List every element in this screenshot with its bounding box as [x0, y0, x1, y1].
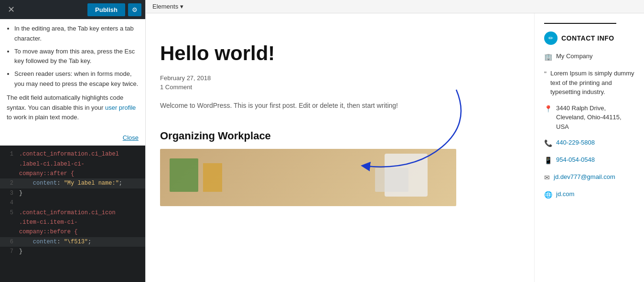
quote-icon: ": [544, 69, 547, 79]
contact-email: ✉ jd.dev777@gmail.com: [544, 172, 634, 183]
code-line-5: 5 .contact_information.ci_icon: [0, 208, 145, 218]
code-line-5b: .item-ci.item-ci-: [0, 218, 145, 227]
contact-address: 📍 3440 Ralph Drive, Cleveland, Ohio-4411…: [544, 104, 634, 132]
contact-website: 🌐 jd.com: [544, 189, 634, 200]
close-link[interactable]: Close: [123, 134, 139, 141]
help-paragraph-2: to work in plain text mode.: [7, 114, 79, 121]
code-line-6: 6 content: "\f513";: [0, 237, 145, 247]
location-icon: 📍: [544, 104, 552, 114]
top-bar-right: Publish ⚙: [87, 3, 141, 16]
left-panel: ✕ Publish ⚙ In the editing area, the Tab…: [0, 0, 146, 282]
user-profile-link[interactable]: user profile: [105, 104, 136, 111]
close-link-area: Close: [0, 131, 145, 146]
code-line-4: 4: [0, 198, 145, 208]
code-editor[interactable]: 1 .contact_information.ci_label .label-c…: [0, 146, 145, 282]
email-link[interactable]: jd.dev777@gmail.com: [554, 172, 615, 182]
contact-header: ✏ CONTACT INFO: [544, 31, 634, 45]
help-paragraph: The edit field automatically highlights …: [7, 93, 139, 123]
help-bullets: In the editing area, the Tab key enters …: [7, 24, 139, 89]
elements-label: Elements: [152, 3, 178, 10]
company-icon: 🏢: [544, 52, 552, 62]
right-panel: Elements ▾ Hello world! February 27, 201…: [146, 0, 644, 282]
main-content: Hello world! February 27, 2018 1 Comment…: [146, 13, 534, 282]
elements-bar: Elements ▾: [146, 0, 644, 13]
email-icon: ✉: [544, 173, 550, 183]
contact-title: CONTACT INFO: [561, 34, 614, 42]
second-post-title: Organizing Workplace: [160, 130, 520, 142]
contact-quote: " Lorem Ipsum is simply dummy text of th…: [544, 69, 634, 97]
elements-chevron-icon[interactable]: ▾: [180, 3, 183, 10]
top-bar: ✕ Publish ⚙: [0, 0, 145, 19]
contact-company: 🏢 My Company: [544, 52, 634, 62]
post-title: Hello world!: [160, 42, 520, 65]
contact-phone1: 📞 440-229-5808: [544, 138, 634, 148]
contact-phone2: 📱 954-054-0548: [544, 155, 634, 166]
close-icon[interactable]: ✕: [4, 2, 19, 17]
globe-icon: 🌐: [544, 190, 552, 200]
post-image: [160, 149, 456, 206]
publish-button[interactable]: Publish: [87, 3, 125, 16]
contact-icon: ✏: [544, 31, 558, 45]
pencil-icon: ✏: [548, 35, 553, 42]
code-line-1: 1 .contact_information.ci_label: [0, 149, 145, 159]
phone1-link[interactable]: 440-229-5808: [556, 138, 595, 147]
preview-area: Hello world! February 27, 2018 1 Comment…: [146, 13, 644, 282]
code-line-5c: company::before {: [0, 227, 145, 237]
help-text-area: In the editing area, the Tab key enters …: [0, 19, 145, 131]
help-bullet-1: In the editing area, the Tab key enters …: [14, 24, 139, 44]
help-bullet-3: Screen reader users: when in forms mode,…: [14, 69, 139, 89]
phone2-link[interactable]: 954-054-0548: [556, 155, 595, 165]
post-date: February 27, 2018: [160, 74, 520, 82]
code-line-1c: company::after {: [0, 169, 145, 178]
post-meta: February 27, 2018 1 Comment: [160, 74, 520, 91]
post-comments[interactable]: 1 Comment: [160, 84, 520, 91]
help-bullet-2: To move away from this area, press the E…: [14, 47, 139, 67]
sidebar-divider: [544, 23, 616, 24]
company-name: My Company: [556, 52, 593, 61]
gear-button[interactable]: ⚙: [128, 3, 141, 16]
mobile-icon: 📱: [544, 156, 552, 166]
website-link[interactable]: jd.com: [556, 189, 574, 199]
quote-text: Lorem Ipsum is simply dummy text of the …: [550, 69, 634, 97]
contact-sidebar: ✏ CONTACT INFO 🏢 My Company " Lorem Ipsu…: [534, 13, 644, 282]
code-line-2: 2 content: "My label name:";: [0, 178, 145, 188]
address-text: 3440 Ralph Drive, Cleveland, Ohio-44115,…: [556, 104, 634, 132]
post-excerpt: Welcome to WordPress. This is your first…: [160, 100, 428, 111]
code-line-3: 3 }: [0, 188, 145, 198]
code-line-1b: .label-ci.label-ci-: [0, 159, 145, 169]
phone-icon: 📞: [544, 138, 552, 148]
code-line-7: 7 }: [0, 247, 145, 256]
